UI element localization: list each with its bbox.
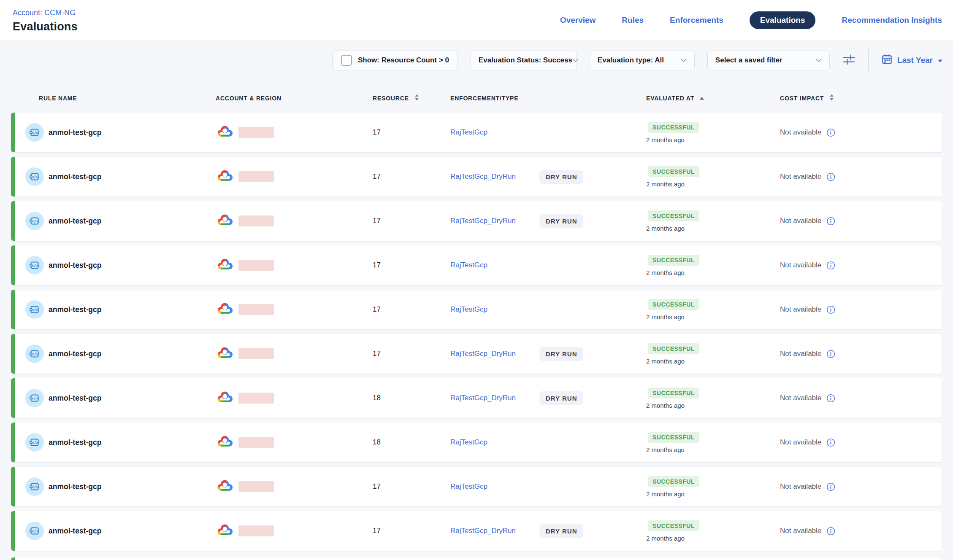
gcp-logo-icon <box>217 301 234 318</box>
saved-filter-dropdown[interactable]: Select a saved filter <box>707 51 830 70</box>
account-region-cell <box>216 124 373 141</box>
enforcement-link[interactable]: RajTestGcp <box>450 438 487 447</box>
table-row[interactable]: </> anmol-test-gcp <box>11 290 942 329</box>
info-icon[interactable] <box>826 438 835 447</box>
enforcement-cell: RajTestGcp DRY RUN <box>450 261 646 269</box>
nav-tab-recommendation-insights[interactable]: Recommendation Insights <box>842 16 942 25</box>
redacted-account-region <box>238 481 274 492</box>
saved-filter-value: Select a saved filter <box>715 56 782 65</box>
resource-count-filter-button[interactable]: Show: Resource Count > 0 <box>332 51 458 70</box>
enforcement-link[interactable]: RajTestGcp_DryRun <box>450 394 516 402</box>
table-row[interactable]: </> anmol-test-gcp <box>11 334 942 374</box>
table-row[interactable]: </> anmol-test-gcp <box>11 157 942 197</box>
svg-text:</>: </> <box>32 352 38 356</box>
column-header-account-region: ACCOUNT & REGION <box>216 95 373 102</box>
nav-tab-overview[interactable]: Overview <box>560 16 596 25</box>
column-header-evaluated-at[interactable]: EVALUATED AT <box>646 95 780 102</box>
filter-settings-button[interactable] <box>842 54 856 67</box>
cost-impact-value: Not available <box>780 128 821 137</box>
sort-asc-icon <box>699 95 704 102</box>
rule-name-cell: </> anmol-test-gcp <box>11 345 216 363</box>
info-icon[interactable] <box>826 527 835 536</box>
cost-impact-cell: Not available <box>780 217 942 226</box>
sort-icon <box>414 94 420 102</box>
column-header-cost-impact[interactable]: COST IMPACT <box>780 94 942 102</box>
evaluation-status-dropdown[interactable]: Evaluation Status: Success <box>471 51 577 70</box>
cost-impact-cell: Not available <box>780 350 942 358</box>
account-breadcrumb[interactable]: Account: CCM-NG <box>13 8 78 17</box>
enforcement-link[interactable]: RajTestGcp <box>450 128 487 137</box>
resource-count: 17 <box>373 128 381 137</box>
account-region-cell <box>216 257 373 274</box>
evaluated-time: 2 months ago <box>646 313 685 320</box>
nav-tab-rules[interactable]: Rules <box>622 16 644 25</box>
evaluated-time: 2 months ago <box>646 402 685 409</box>
enforcement-link[interactable]: RajTestGcp_DryRun <box>450 350 516 358</box>
info-icon[interactable] <box>826 394 835 403</box>
table-row[interactable]: </> anmol-test-gcp <box>11 511 942 551</box>
resource-count: 17 <box>373 217 381 225</box>
status-badge: SUCCESSFUL <box>648 343 699 354</box>
info-icon[interactable] <box>826 350 835 358</box>
evaluated-time: 2 months ago <box>646 446 685 453</box>
table-row[interactable]: </> anmol-test-gcp <box>11 245 942 285</box>
rule-name-cell: </> anmol-test-gcp <box>11 123 216 142</box>
rule-name: anmol-test-gcp <box>49 217 101 226</box>
resource-count-checkbox[interactable] <box>341 55 352 66</box>
svg-text:</>: </> <box>32 396 38 401</box>
svg-text:</>: </> <box>32 264 38 268</box>
enforcement-link[interactable]: RajTestGcp <box>450 482 487 491</box>
table-row[interactable]: </> anmol-test-gcp <box>11 378 942 418</box>
status-bar <box>11 557 15 560</box>
rule-icon: </> <box>25 256 44 275</box>
info-icon[interactable] <box>826 261 835 270</box>
status-badge: SUCCESSFUL <box>648 299 699 310</box>
nav-tab-evaluations[interactable]: Evaluations <box>750 11 816 29</box>
info-icon[interactable] <box>826 482 835 491</box>
chevron-down-icon <box>572 56 579 65</box>
evaluation-type-dropdown[interactable]: Evaluation type: All <box>590 51 695 70</box>
enforcement-link[interactable]: RajTestGcp_DryRun <box>450 527 516 535</box>
nav-tab-enforcements[interactable]: Enforcements <box>670 16 723 25</box>
table-row[interactable]: </> anmol-test-gcp <box>11 113 942 152</box>
evaluated-at-cell: SUCCESSFUL 2 months ago <box>646 520 780 542</box>
resource-cell: 17 <box>373 128 450 137</box>
cost-impact-cell: Not available <box>780 394 942 403</box>
info-icon[interactable] <box>826 128 835 137</box>
enforcement-cell: RajTestGcp_DryRun DRY RUN <box>450 170 646 184</box>
rule-icon: </> <box>25 433 44 452</box>
dry-run-badge: DRY RUN <box>539 170 584 184</box>
info-icon[interactable] <box>826 217 835 226</box>
info-icon[interactable] <box>826 305 835 314</box>
account-region-cell <box>216 522 373 539</box>
evaluated-time: 2 months ago <box>646 180 685 188</box>
rule-name-cell: </> anmol-test-gcp <box>11 389 216 407</box>
enforcement-link[interactable]: RajTestGcp_DryRun <box>450 217 516 225</box>
page-title: Evaluations <box>13 20 78 33</box>
column-header-resource[interactable]: RESOURCE <box>373 94 450 102</box>
resource-cell: 17 <box>373 217 450 225</box>
evaluated-at-cell: SUCCESSFUL 2 months ago <box>646 255 780 276</box>
chevron-down-icon <box>680 56 687 65</box>
table-row[interactable]: </> anmol-test-gcp <box>11 423 942 462</box>
enforcement-cell: RajTestGcp_DryRun DRY RUN <box>450 214 646 228</box>
gcp-logo-icon <box>217 124 234 141</box>
info-icon[interactable] <box>826 172 835 181</box>
enforcement-cell: RajTestGcp DRY RUN <box>450 438 646 447</box>
rule-icon: </> <box>25 167 44 186</box>
resource-cell: 17 <box>373 482 450 491</box>
enforcement-link[interactable]: RajTestGcp <box>450 261 487 269</box>
rule-icon: </> <box>25 389 44 407</box>
rule-name-cell: </> anmol-test-gcp <box>11 256 216 275</box>
table-row[interactable]: </> anmol-test-gcp <box>11 467 942 506</box>
status-badge: SUCCESSFUL <box>648 432 699 443</box>
enforcement-link[interactable]: RajTestGcp_DryRun <box>450 172 516 181</box>
enforcement-link[interactable]: RajTestGcp <box>450 305 487 314</box>
evaluated-time: 2 months ago <box>646 269 685 276</box>
status-bar <box>11 467 15 506</box>
redacted-account-region <box>238 525 274 536</box>
resource-count: 17 <box>373 261 381 269</box>
table-row[interactable]: </> anmol-test-gcp <box>11 201 942 241</box>
account-region-cell <box>216 478 373 495</box>
date-range-picker[interactable]: Last Year <box>881 54 943 67</box>
